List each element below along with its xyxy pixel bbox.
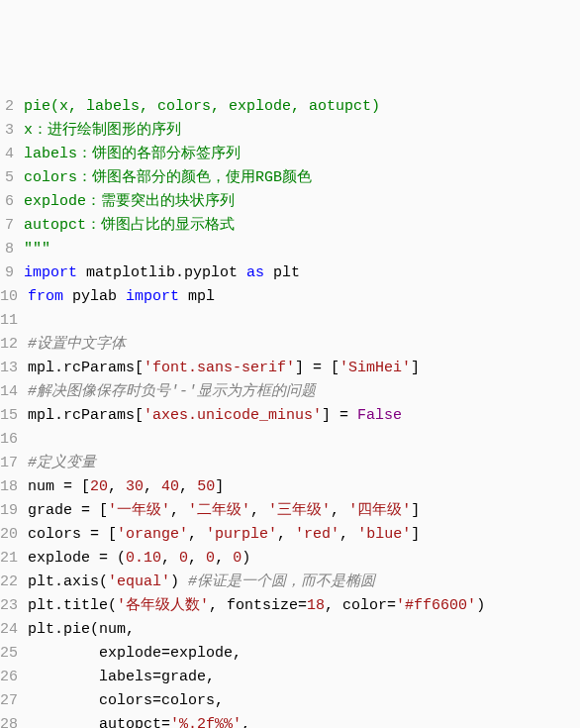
line-number: 4 — [0, 143, 24, 166]
token: ] — [411, 360, 420, 376]
token: , — [331, 502, 348, 519]
token: explode = ( — [28, 550, 126, 567]
line-source: #定义变量 — [28, 452, 485, 475]
token: 'orange' — [117, 526, 188, 543]
code-lines: 2pie(x, labels, colors, explode, aotupct… — [0, 95, 485, 728]
code-line: 17#定义变量 — [0, 452, 485, 475]
line-source: plt.pie(num, — [28, 618, 485, 642]
token: plt — [264, 264, 300, 281]
line-number: 18 — [0, 475, 28, 499]
token: , — [250, 502, 268, 519]
token: colors = [ — [28, 526, 117, 543]
token: pylab — [63, 288, 126, 305]
code-line: 19grade = ['一年级', '二年级', '三年级', '四年级'] — [0, 499, 485, 523]
line-number: 16 — [0, 428, 28, 452]
line-source: labels=grade, — [28, 666, 485, 689]
token: mpl.rcParams[ — [28, 407, 144, 424]
token: grade = [ — [28, 502, 108, 519]
line-number: 20 — [0, 523, 28, 547]
line-source: colors=colors, — [28, 689, 485, 713]
code-line: 25 explode=explode, — [0, 642, 485, 666]
token: plt.axis( — [28, 573, 108, 590]
code-line: 10from pylab import mpl — [0, 285, 485, 309]
line-source: autopct='%.2f%%', — [28, 713, 485, 728]
code-line: 27 colors=colors, — [0, 689, 485, 713]
token: , — [161, 550, 179, 567]
token: plt.title( — [28, 597, 117, 614]
token: #定义变量 — [28, 455, 96, 471]
line-number: 11 — [0, 309, 28, 333]
token: , — [188, 526, 206, 543]
line-number: 15 — [0, 404, 28, 428]
token: , color= — [325, 597, 396, 614]
token: as — [246, 264, 264, 281]
line-number: 5 — [0, 166, 24, 190]
code-line: 16 — [0, 428, 485, 452]
token: autopct：饼图占比的显示格式 — [24, 217, 235, 234]
line-source: grade = ['一年级', '二年级', '三年级', '四年级'] — [28, 499, 485, 523]
token: , — [108, 478, 126, 495]
line-number: 19 — [0, 499, 28, 523]
token: '四年级' — [348, 502, 411, 519]
line-source — [28, 428, 485, 452]
line-source: import matplotlib.pyplot as plt — [24, 261, 485, 285]
line-source: colors = ['orange', 'purple', 'red', 'bl… — [28, 523, 485, 547]
token: matplotlib.pyplot — [77, 264, 246, 281]
code-line: 11 — [0, 309, 485, 333]
code-line: 2pie(x, labels, colors, explode, aotupct… — [0, 95, 485, 119]
line-number: 7 — [0, 214, 24, 238]
line-number: 28 — [0, 713, 28, 728]
token: , — [188, 550, 206, 567]
line-number: 10 — [0, 285, 28, 309]
line-source: pie(x, labels, colors, explode, aotupct) — [24, 95, 485, 119]
code-line: 13mpl.rcParams['font.sans-serif'] = ['Si… — [0, 357, 485, 380]
code-line: 14#解决图像保存时负号'-'显示为方框的问题 — [0, 380, 485, 404]
line-source: explode=explode, — [28, 642, 485, 666]
code-line: 22plt.axis('equal') #保证是一个圆，而不是椭圆 — [0, 571, 485, 594]
line-number: 27 — [0, 689, 28, 713]
code-line: 18num = [20, 30, 40, 50] — [0, 475, 485, 499]
token: num = [ — [28, 478, 90, 495]
token: '一年级' — [108, 502, 170, 519]
line-number: 23 — [0, 594, 28, 618]
token: 0 — [179, 550, 188, 567]
token: #设置中文字体 — [28, 336, 126, 353]
code-line: 4labels：饼图的各部分标签序列 — [0, 143, 485, 166]
token: , fontsize= — [209, 597, 307, 614]
line-source: labels：饼图的各部分标签序列 — [24, 143, 485, 166]
token: 50 — [197, 478, 215, 495]
token: mpl — [179, 288, 215, 305]
line-number: 26 — [0, 666, 28, 689]
line-number: 22 — [0, 571, 28, 594]
token: 'font.sans-serif' — [144, 360, 295, 376]
token: mpl.rcParams[ — [28, 360, 144, 376]
token: explode：需要突出的块状序列 — [24, 193, 235, 210]
code-line: 26 labels=grade, — [0, 666, 485, 689]
line-source: autopct：饼图占比的显示格式 — [24, 214, 485, 238]
line-number: 17 — [0, 452, 28, 475]
token: 20 — [90, 478, 108, 495]
code-line: 8""" — [0, 238, 485, 261]
code-line: 9import matplotlib.pyplot as plt — [0, 261, 485, 285]
line-source: """ — [24, 238, 485, 261]
line-source — [28, 309, 485, 333]
token: 18 — [307, 597, 325, 614]
line-number: 24 — [0, 618, 28, 642]
line-source: plt.axis('equal') #保证是一个圆，而不是椭圆 — [28, 571, 485, 594]
token: , — [339, 526, 357, 543]
token: '二年级' — [188, 502, 250, 519]
token: autopct= — [28, 716, 170, 728]
line-number: 25 — [0, 642, 28, 666]
token: '三年级' — [268, 502, 331, 519]
token: ] = [ — [295, 360, 339, 376]
code-line: 23plt.title('各年级人数', fontsize=18, color=… — [0, 594, 485, 618]
line-source: colors：饼图各部分的颜色，使用RGB颜色 — [24, 166, 485, 190]
token: """ — [24, 241, 50, 258]
line-source: plt.title('各年级人数', fontsize=18, color='#… — [28, 594, 485, 618]
line-number: 6 — [0, 190, 24, 214]
code-line: 20colors = ['orange', 'purple', 'red', '… — [0, 523, 485, 547]
line-source: #设置中文字体 — [28, 333, 485, 357]
line-source: mpl.rcParams['font.sans-serif'] = ['SimH… — [28, 357, 485, 380]
token: , — [242, 716, 250, 728]
code-line: 15mpl.rcParams['axes.unicode_minus'] = F… — [0, 404, 485, 428]
